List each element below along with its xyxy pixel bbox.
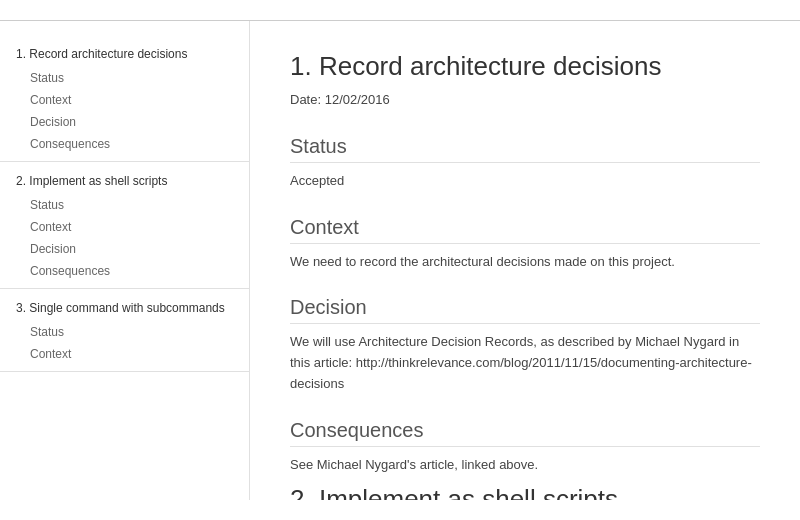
sidebar-section-title-adr3[interactable]: 3. Single command with subcommands	[0, 295, 249, 321]
sub-heading-context1: Context	[290, 216, 760, 244]
main-heading-section2: 2. Implement as shell scripts	[290, 484, 760, 500]
sidebar-divider-2	[0, 371, 249, 372]
sidebar-section-adr3: 3. Single command with subcommandsStatus…	[0, 295, 249, 372]
sub-content-context1: We need to record the architectural deci…	[290, 252, 760, 273]
sidebar-section-adr2: 2. Implement as shell scriptsStatusConte…	[0, 168, 249, 289]
sidebar-sub-items-adr3: StatusContext	[0, 321, 249, 365]
sidebar-sub-item-adr1-0[interactable]: Status	[0, 67, 249, 89]
sidebar-sub-items-adr2: StatusContextDecisionConsequences	[0, 194, 249, 282]
sub-heading-decision1: Decision	[290, 296, 760, 324]
sidebar-section-title-adr2[interactable]: 2. Implement as shell scripts	[0, 168, 249, 194]
sidebar-sub-item-adr1-3[interactable]: Consequences	[0, 133, 249, 155]
sidebar-sub-item-adr2-1[interactable]: Context	[0, 216, 249, 238]
sidebar-sub-item-adr2-0[interactable]: Status	[0, 194, 249, 216]
sidebar-section-adr1: 1. Record architecture decisionsStatusCo…	[0, 41, 249, 162]
sidebar-sub-item-adr3-1[interactable]: Context	[0, 343, 249, 365]
sidebar-sub-item-adr3-0[interactable]: Status	[0, 321, 249, 343]
sub-content-consequences1: See Michael Nygard's article, linked abo…	[290, 455, 760, 476]
app-header	[0, 0, 800, 21]
sidebar-divider-1	[0, 288, 249, 289]
sidebar-sub-items-adr1: StatusContextDecisionConsequences	[0, 67, 249, 155]
sidebar-sub-item-adr1-1[interactable]: Context	[0, 89, 249, 111]
main-date-section1: Date: 12/02/2016	[290, 90, 760, 111]
sub-heading-consequences1: Consequences	[290, 419, 760, 447]
main-content: 1. Record architecture decisionsDate: 12…	[250, 21, 800, 500]
sub-heading-status1: Status	[290, 135, 760, 163]
main-heading-section1: 1. Record architecture decisions	[290, 51, 760, 82]
sidebar-sub-item-adr2-3[interactable]: Consequences	[0, 260, 249, 282]
sidebar-sub-item-adr1-2[interactable]: Decision	[0, 111, 249, 133]
sub-content-status1: Accepted	[290, 171, 760, 192]
sidebar-divider-0	[0, 161, 249, 162]
sub-content-decision1: We will use Architecture Decision Record…	[290, 332, 760, 394]
sidebar: 1. Record architecture decisionsStatusCo…	[0, 21, 250, 500]
sidebar-section-title-adr1[interactable]: 1. Record architecture decisions	[0, 41, 249, 67]
sidebar-sub-item-adr2-2[interactable]: Decision	[0, 238, 249, 260]
